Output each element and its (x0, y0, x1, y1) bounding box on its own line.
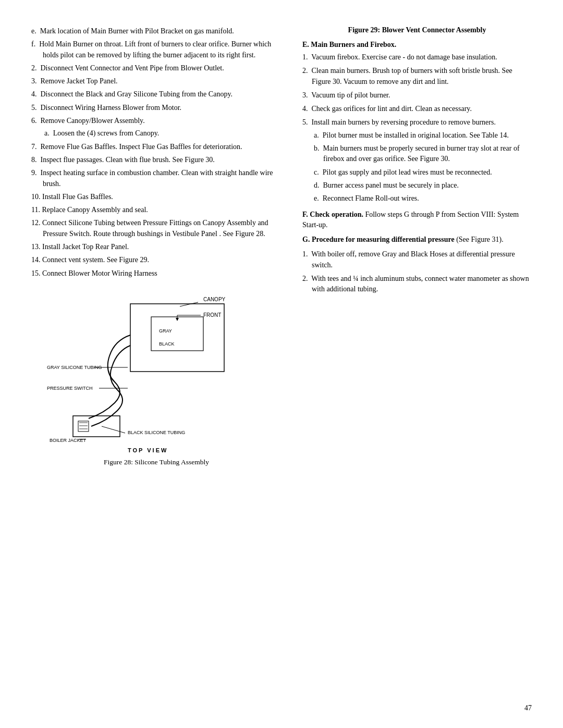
list-item-8: 8. Inspect flue passages. Clean with flu… (31, 155, 282, 165)
section-g-item-2: 2. With tees and ¼ inch aluminum stubs, … (302, 274, 532, 295)
section-e-item-5b: b. Main burners must be properly secured… (323, 143, 532, 165)
section-e-item-5a: a. Pilot burner must be installed in ori… (323, 130, 532, 141)
svg-text:CANOPY: CANOPY (203, 297, 226, 302)
page-number: 47 (524, 704, 532, 712)
svg-text:BLACK: BLACK (159, 341, 175, 347)
list-item-e-text: Mark location of Main Burner with Pilot … (40, 27, 234, 35)
svg-text:GRAY SILICONE TUBING: GRAY SILICONE TUBING (47, 365, 102, 370)
list-item-6: 6. Remove Canopy/Blower Assembly. a. Loo… (31, 116, 282, 139)
section-e-item-5-subs: a. Pilot burner must be installed in ori… (312, 130, 532, 204)
section-f-text: F. Check operation. Follow steps G throu… (302, 209, 532, 231)
list-item-e: e. Mark location of Main Burner with Pil… (31, 26, 282, 36)
section-e-item-1: 1. Vacuum firebox. Exercise care - do no… (302, 52, 532, 63)
list-item-f-label: f. (31, 40, 39, 48)
svg-line-21 (102, 426, 125, 433)
svg-line-5 (180, 302, 198, 306)
figure-28-svg: GRAY BLACK CANOPY FRONT GRAY SILICONE TU… (47, 288, 266, 455)
section-e-item-4: 4. Check gas orifices for lint and dirt.… (302, 104, 532, 114)
list-item-f-text: Hold Main Burner on throat. Lift front o… (39, 40, 271, 58)
figure-29-caption: Figure 29: Blower Vent Connector Assembl… (302, 26, 532, 34)
left-column: e. Mark location of Main Burner with Pil… (31, 26, 282, 466)
section-e-item-3: 3. Vacuum tip of pilot burner. (302, 90, 532, 101)
list-item-12: 12. Connect Silicone Tubing between Pres… (31, 218, 282, 239)
section-g-text: G. Procedure for measuring differential … (302, 235, 532, 245)
numbered-list: 2. Disconnect Vent Connector and Vent Pi… (31, 63, 282, 279)
section-e-item-2: 2. Clean main burners. Brush top of burn… (302, 66, 532, 87)
list-item-e-label: e. (31, 27, 40, 35)
section-e-item-5: 5. Install main burners by reversing pro… (302, 117, 532, 204)
page: e. Mark location of Main Burner with Pil… (0, 0, 563, 728)
figure-28-caption-text: Figure 28: Silicone Tubing Assembly (104, 458, 209, 466)
list-item-6a: a. Loosen the (4) screws from Canopy. (56, 128, 282, 139)
section-f-header: F. Check operation. (302, 211, 363, 218)
list-item-4: 4. Disconnect the Black and Gray Silicon… (31, 89, 282, 100)
list-item-9: 9. Inspect heating surface in combustion… (31, 168, 282, 189)
list-item-3: 3. Remove Jacket Top Panel. (31, 76, 282, 87)
section-e-item-5c: c. Pilot gas supply and pilot lead wires… (323, 167, 532, 178)
svg-text:TOP  VIEW: TOP VIEW (128, 447, 168, 453)
section-g-list: 1. With boiler off, remove Gray and Blac… (302, 249, 532, 294)
section-e-item-5d: d. Burner access panel must be securely … (323, 180, 532, 191)
section-g-item-1: 1. With boiler off, remove Gray and Blac… (302, 249, 532, 270)
section-e-header: E. Main Burners and Firebox. (302, 41, 532, 49)
figure-28-caption: Figure 28: Silicone Tubing Assembly (31, 458, 282, 466)
list-item-7: 7. Remove Flue Gas Baffles. Inspect Flue… (31, 142, 282, 152)
svg-text:FRONT: FRONT (203, 312, 221, 318)
diagram-container: GRAY BLACK CANOPY FRONT GRAY SILICONE TU… (31, 288, 282, 455)
svg-text:GRAY: GRAY (159, 328, 172, 334)
list-item-11: 11. Replace Canopy Assembly and seal. (31, 205, 282, 215)
section-e-item-5e: e. Reconnect Flame Roll-out wires. (323, 193, 532, 204)
section-g-header: G. Procedure for measuring differential … (302, 236, 455, 243)
section-e-list: 1. Vacuum firebox. Exercise care - do no… (302, 52, 532, 204)
list-item-2: 2. Disconnect Vent Connector and Vent Pi… (31, 63, 282, 73)
list-item-f: f. Hold Main Burner on throat. Lift fron… (31, 39, 282, 60)
svg-text:PRESSURE  SWITCH: PRESSURE SWITCH (47, 386, 93, 391)
right-column: Figure 29: Blower Vent Connector Assembl… (302, 26, 532, 466)
list-item-13: 13. Install Jacket Top Rear Panel. (31, 242, 282, 252)
list-item-5: 5. Disconnect Wiring Harness Blower from… (31, 103, 282, 113)
section-g-body: (See Figure 31). (455, 236, 504, 243)
svg-text:BOILER JACKET: BOILER JACKET (50, 438, 87, 443)
main-list-left: e. Mark location of Main Burner with Pil… (31, 26, 282, 60)
list-item-15: 15. Connect Blower Motor Wiring Harness (31, 268, 282, 279)
svg-rect-13 (73, 416, 120, 437)
list-item-10: 10. Install Flue Gas Baffles. (31, 192, 282, 202)
figure-28-area: GRAY BLACK CANOPY FRONT GRAY SILICONE TU… (31, 288, 282, 466)
svg-text:BLACK SILICONE TUBING: BLACK SILICONE TUBING (128, 430, 185, 435)
list-item-14: 14. Connect vent system. See Figure 29. (31, 255, 282, 265)
sub-list-6: a. Loosen the (4) screws from Canopy. (43, 128, 282, 139)
